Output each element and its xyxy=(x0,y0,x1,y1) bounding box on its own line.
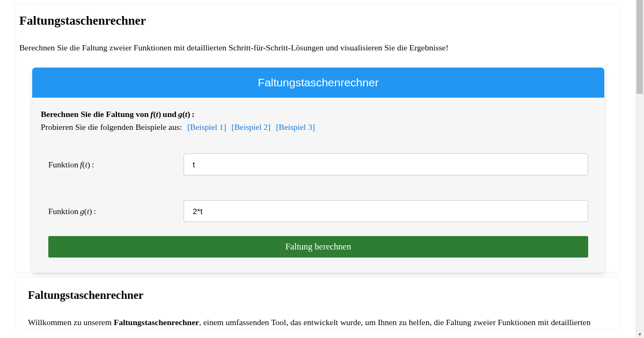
welcome-suffix: , einem umfassenden Tool, das entwickelt… xyxy=(199,318,591,327)
welcome-paragraph: Willkommen zu unserem Faltungstaschenrec… xyxy=(28,316,608,328)
example-2-link[interactable]: [Beispiel 2] xyxy=(232,122,271,131)
scroll-down-icon[interactable]: ▾ xyxy=(637,332,642,337)
example-line: Probieren Sie die folgenden Beispiele au… xyxy=(41,122,596,132)
calculator-body: Berechnen Sie die Faltung von f(t) und g… xyxy=(32,98,604,273)
function-g-label: Funktion g(t): xyxy=(48,207,184,216)
example-1-link[interactable]: [Beispiel 1] xyxy=(187,122,226,131)
function-f-label: Funktion f(t): xyxy=(48,160,184,170)
label-g-prefix: Funktion xyxy=(48,207,78,216)
scrollbar-track[interactable]: ▴ ▾ xyxy=(635,0,644,338)
instruction-colon: : xyxy=(192,109,194,119)
calculate-button[interactable]: Faltung berechnen xyxy=(48,236,588,258)
instruction-line: Berechnen Sie die Faltung von f(t) und g… xyxy=(41,109,596,119)
label-f-prefix: Funktion xyxy=(48,160,78,170)
section-title: Faltungstaschenrechner xyxy=(28,289,608,302)
calculator-header: Faltungstaschenrechner xyxy=(32,68,604,98)
function-g-row: Funktion g(t): xyxy=(48,200,596,222)
instruction-and: und xyxy=(163,109,177,119)
function-f-row: Funktion f(t): xyxy=(48,153,596,175)
function-g-input[interactable] xyxy=(184,200,588,222)
math-g-of-t-label: g(t) xyxy=(80,207,92,216)
math-f-of-t: f(t) xyxy=(150,109,161,119)
label-f-colon: : xyxy=(92,160,94,170)
welcome-prefix: Willkommen zu unserem xyxy=(28,318,114,327)
instruction-prefix: Berechnen Sie die Faltung von xyxy=(41,109,149,119)
math-f-of-t-label: f(t) xyxy=(80,160,90,170)
main-container: Faltungstaschenrechner Berechnen Sie die… xyxy=(16,4,619,273)
page-subtitle: Berechnen Sie die Faltung zweier Funktio… xyxy=(19,43,619,53)
example-3-link[interactable]: [Beispiel 3] xyxy=(276,122,315,131)
calculator-card: Faltungstaschenrechner Berechnen Sie die… xyxy=(32,68,604,273)
scrollbar-thumb[interactable] xyxy=(636,0,643,94)
page-title: Faltungstaschenrechner xyxy=(19,14,619,28)
math-g-of-t: g(t) xyxy=(178,109,190,119)
label-g-colon: : xyxy=(93,207,96,216)
function-f-input[interactable] xyxy=(184,153,588,175)
welcome-bold: Faltungstaschenrechner xyxy=(114,318,199,327)
info-section: Faltungstaschenrechner Willkommen zu uns… xyxy=(16,278,619,328)
examples-prefix: Probieren Sie die folgenden Beispiele au… xyxy=(41,122,184,131)
